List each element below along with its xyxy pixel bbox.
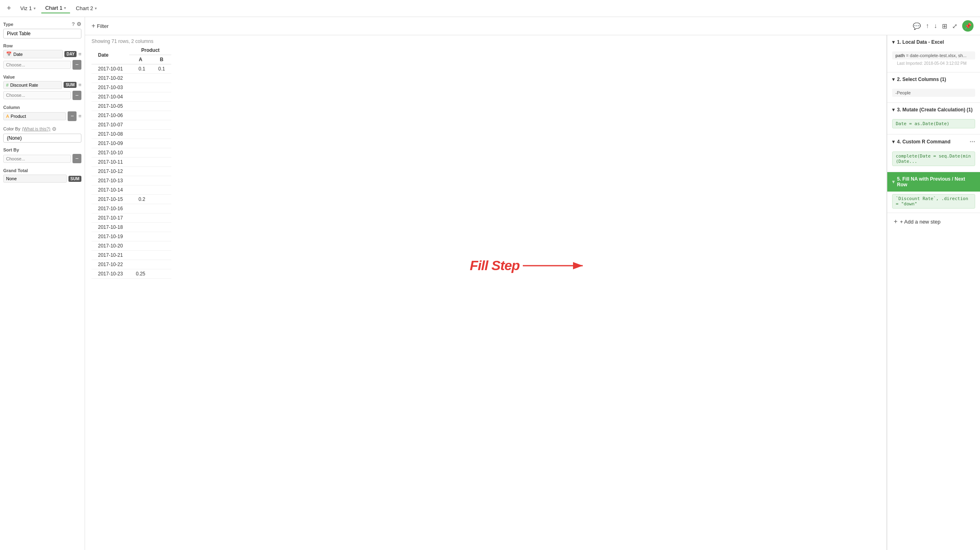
value-section: Value # Discount Rate SUM ≡ −: [3, 75, 81, 100]
column-label: Column: [3, 105, 81, 110]
col-a-cell: [129, 148, 151, 158]
table-row: 2017-10-19: [92, 232, 171, 241]
grand-sum-badge[interactable]: SUM: [68, 176, 81, 182]
download-icon[interactable]: ↓: [934, 22, 937, 30]
what-is-this-link[interactable]: (What is this?): [22, 126, 50, 131]
col-a-cell: [129, 204, 151, 213]
date-cell: 2017-10-18: [92, 223, 129, 232]
chart1-tab[interactable]: Chart 1 ▾: [41, 3, 70, 13]
column-field-menu-icon[interactable]: ≡: [78, 113, 81, 119]
grand-total-row: None SUM: [3, 175, 81, 183]
value-field-menu-icon[interactable]: ≡: [78, 82, 81, 88]
upload-icon[interactable]: ↑: [926, 22, 929, 30]
col-b-cell: [152, 120, 172, 130]
discount-field-badge: # Discount Rate: [3, 81, 62, 89]
filter-button[interactable]: + Filter: [92, 22, 109, 30]
table-row: 2017-10-08: [92, 130, 171, 139]
discount-agg-badge[interactable]: SUM: [64, 82, 77, 88]
step4-header[interactable]: ▾ 4. Custom R Command ⋯: [887, 134, 980, 149]
product-column-group-header: Product: [129, 46, 171, 55]
row-label: Row: [3, 43, 81, 48]
color-by-settings-icon[interactable]: ⚙: [52, 126, 57, 132]
step5-item: `Discount Rate`, .direction = "down": [892, 194, 975, 209]
type-label: Type ? ⚙: [3, 21, 81, 27]
col-b-cell: [152, 111, 172, 120]
col-b-cell: [152, 269, 172, 279]
hash-icon: #: [6, 83, 9, 87]
date-cell: 2017-10-14: [92, 185, 129, 195]
col-b-cell: [152, 232, 172, 241]
none-field-badge: None: [3, 175, 67, 183]
viz1-chevron-icon: ▾: [34, 6, 36, 11]
right-panel: ▾ 1. Local Data - Excel path = date-comp…: [887, 35, 980, 550]
col-b-header: B: [152, 55, 172, 64]
grid-icon[interactable]: ⊞: [942, 22, 947, 30]
col-b-cell: [152, 158, 172, 167]
left-panel: Type ? ⚙ Pivot Table Row 📅 Date: [0, 17, 85, 550]
table-row: 2017-10-10: [92, 148, 171, 158]
table-row: 2017-10-06: [92, 111, 171, 120]
value-label: Value: [3, 75, 81, 79]
day-badge[interactable]: DAY: [64, 51, 77, 57]
date-field-row: 📅 Date DAY ≡: [3, 50, 81, 58]
step4-menu-icon[interactable]: ⋯: [969, 139, 975, 145]
viz1-tab[interactable]: Viz 1 ▾: [16, 4, 40, 13]
type-select[interactable]: Pivot Table: [3, 29, 81, 38]
fill-step-arrow: [523, 258, 588, 274]
type-help-icon[interactable]: ?: [72, 21, 75, 27]
grand-total-section: Grand Total None SUM: [3, 168, 81, 183]
product-field-badge: A Product: [3, 112, 66, 120]
step2-content: -People: [887, 86, 980, 102]
col-b-cell: [152, 251, 172, 260]
add-viz-button[interactable]: +: [3, 3, 15, 14]
date-cell: 2017-10-03: [92, 83, 129, 92]
row-section: Row 📅 Date DAY ≡ −: [3, 43, 81, 70]
step4-item: complete(Date = seq.Date(min(Date...: [892, 151, 975, 166]
data-table: Date Product A B 2017-10-01 0.1 0.1 201: [92, 46, 171, 279]
value-minus-button[interactable]: −: [72, 91, 81, 100]
chart2-tab[interactable]: Chart 2 ▾: [72, 4, 101, 13]
date-cell: 2017-10-06: [92, 111, 129, 120]
table-row: 2017-10-04: [92, 92, 171, 102]
row-count: Showing 71 rows, 2 columns: [85, 35, 886, 46]
date-cell: 2017-10-21: [92, 251, 129, 260]
row-choose-input[interactable]: [3, 61, 71, 69]
comment-icon[interactable]: 💬: [913, 22, 921, 30]
date-field-badge: 📅 Date: [3, 50, 63, 58]
table-row: 2017-10-21: [92, 251, 171, 260]
sort-choose-input[interactable]: [3, 155, 71, 163]
col-b-cell: [152, 260, 172, 269]
row-minus-button[interactable]: −: [72, 60, 81, 70]
step1-header[interactable]: ▾ 1. Local Data - Excel: [887, 35, 980, 49]
step5-header[interactable]: ▾ 5. Fill NA with Previous / Next Row: [887, 172, 980, 192]
date-cell: 2017-10-17: [92, 213, 129, 223]
pin-icon: 📌: [965, 23, 971, 29]
step3-section: ▾ 3. Mutate (Create Calculation) (1) Dat…: [887, 103, 980, 134]
pin-button[interactable]: 📌: [962, 20, 974, 32]
date-cell: 2017-10-05: [92, 102, 129, 111]
product-minus-button[interactable]: −: [68, 111, 77, 121]
value-choose-input[interactable]: [3, 91, 71, 99]
col-b-cell: [152, 176, 172, 185]
col-b-cell: 0.1: [152, 64, 172, 74]
col-b-cell: [152, 204, 172, 213]
date-cell: 2017-10-23: [92, 269, 129, 279]
row-field-menu-icon[interactable]: ≡: [78, 51, 81, 57]
date-cell: 2017-10-02: [92, 74, 129, 83]
step2-header[interactable]: ▾ 2. Select Columns (1): [887, 72, 980, 86]
right-icons: 💬 ↑ ↓ ⊞ ⤢ 📌: [913, 20, 974, 32]
add-step-button[interactable]: + + Add a new step: [887, 213, 980, 230]
none-select[interactable]: (None): [3, 134, 81, 143]
col-a-cell: [129, 185, 151, 195]
date-cell: 2017-10-01: [92, 64, 129, 74]
type-section: Type ? ⚙ Pivot Table: [3, 21, 81, 38]
step3-header[interactable]: ▾ 3. Mutate (Create Calculation) (1): [887, 103, 980, 117]
step1-timestamp: Last Imported: 2018-05-04 3:12:02 PM: [892, 61, 975, 68]
col-a-cell: 0.1: [129, 64, 151, 74]
table-row: 2017-10-01 0.1 0.1: [92, 64, 171, 74]
step1-path: path = date-complete-test.xlsx, sh...: [892, 51, 975, 60]
table-row: 2017-10-18: [92, 223, 171, 232]
expand-icon[interactable]: ⤢: [952, 22, 957, 30]
type-settings-icon[interactable]: ⚙: [77, 21, 81, 27]
sort-minus-button[interactable]: −: [72, 154, 81, 164]
